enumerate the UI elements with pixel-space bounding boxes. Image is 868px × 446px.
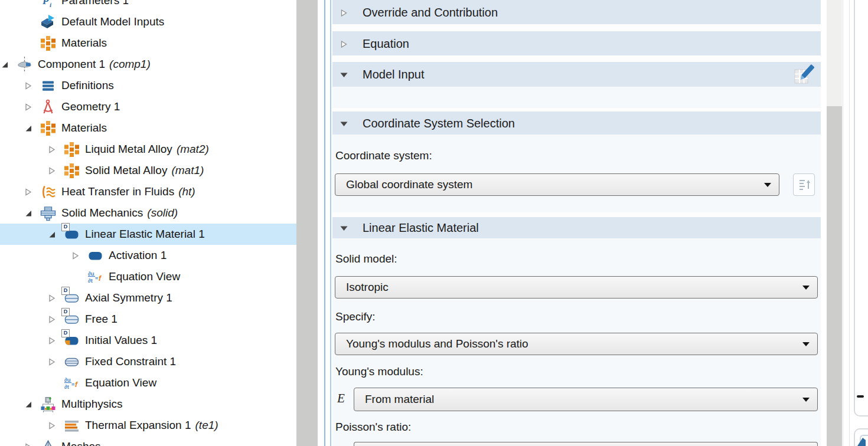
chevron-down-icon [802, 286, 810, 290]
poissons-ratio-select[interactable] [354, 442, 818, 446]
tree-item-multiphysics[interactable]: Multiphysics [0, 393, 296, 415]
tree-item-geometry-1[interactable]: Geometry 1 [0, 96, 296, 117]
parameters-icon: Pi [40, 0, 56, 9]
expanded-arrow-icon [340, 119, 348, 127]
section-title: Override and Contribution [363, 5, 498, 19]
svg-text:f: f [99, 274, 102, 283]
chevron-down-icon [802, 342, 810, 346]
svg-text:=: = [71, 382, 74, 388]
tree-item-label: Parameters 1 [61, 0, 129, 7]
collapsed-arrow-icon [340, 8, 348, 16]
multiphysics-icon [40, 396, 56, 412]
tree-item-parameters-1[interactable]: PiParameters 1 [0, 0, 296, 11]
tree-item-solid-metal-alloy[interactable]: Solid Metal Alloy(mat1) [0, 160, 296, 181]
tree-item-heat-transfer-in-fluids[interactable]: Heat Transfer in Fluids(ht) [0, 181, 296, 202]
equation-view-icon: ∂u∂t=f [64, 375, 80, 391]
tree-item-label: Component 1 [38, 58, 105, 71]
tree-item-liquid-metal-alloy[interactable]: Liquid Metal Alloy(mat2) [0, 139, 296, 160]
window-divider-line [843, 0, 843, 446]
tree-item-label: Fixed Constraint 1 [85, 355, 176, 368]
fixed-constraint-icon [64, 354, 80, 370]
model-builder-panel: PiParameters 1Default Model InputsMateri… [0, 0, 296, 446]
tree-item-linear-elastic-material-1[interactable]: DLinear Elastic Material 1 [0, 224, 296, 245]
svg-text:=: = [95, 276, 98, 281]
section-coordinate-system-selection[interactable]: Coordinate System Selection [332, 112, 821, 135]
tree-collapsed-arrow-icon[interactable] [25, 443, 40, 446]
tree-item-free-1[interactable]: DFree 1 [0, 309, 296, 330]
solid-model-select[interactable]: Isotropic [335, 276, 818, 299]
default-node-badge: D [61, 329, 70, 337]
dash-icon [857, 395, 864, 398]
specify-label: Specify: [335, 310, 376, 323]
tree-item-activation-1[interactable]: Activation 1 [0, 245, 296, 266]
tree-collapsed-arrow-icon[interactable] [48, 294, 64, 302]
svg-text:∂t: ∂t [64, 383, 70, 390]
tree-item-fixed-constraint-1[interactable]: Fixed Constraint 1 [0, 351, 296, 372]
tree-collapsed-arrow-icon[interactable] [48, 146, 64, 153]
tree-collapsed-arrow-icon[interactable] [48, 422, 64, 429]
tree-expanded-arrow-icon[interactable] [1, 61, 17, 68]
go-to-source-button[interactable] [793, 173, 815, 196]
edit-model-inputs-icon[interactable] [793, 64, 814, 88]
tree-collapsed-arrow-icon[interactable] [48, 316, 64, 323]
tree-item-label: Meshes [61, 440, 101, 446]
coordinate-system-select[interactable]: Global coordinate system [335, 173, 779, 196]
tree-expanded-arrow-icon[interactable] [25, 401, 40, 408]
meshes-icon [40, 439, 56, 446]
model-input-content [332, 87, 821, 108]
specify-value: Young's modulus and Poisson's ratio [346, 337, 528, 350]
tree-collapsed-arrow-icon[interactable] [25, 82, 40, 90]
section-equation[interactable]: Equation [332, 31, 821, 55]
section-linear-elastic-material[interactable]: Linear Elastic Material [332, 217, 821, 238]
tree-expanded-arrow-icon[interactable] [25, 209, 40, 217]
youngs-modulus-select[interactable]: From material [354, 388, 818, 411]
tree-item-initial-values-1[interactable]: DInitial Values 1 [0, 330, 296, 351]
tree-item-thermal-expansion-1[interactable]: Thermal Expansion 1(te1) [0, 415, 296, 436]
tree-expanded-arrow-icon[interactable] [48, 231, 64, 238]
tree-item-tag: (solid) [147, 206, 178, 219]
model-builder-scrollbar[interactable] [296, 0, 318, 446]
tree-item-equation-view[interactable]: ∂u∂t=fEquation View [0, 372, 296, 393]
default-node-badge: D [61, 308, 70, 316]
specify-select[interactable]: Young's modulus and Poisson's ratio [335, 333, 818, 355]
tree-item-label: Axial Symmetry 1 [85, 291, 172, 304]
tree-collapsed-arrow-icon[interactable] [25, 103, 40, 111]
linear-elastic-material-content: Solid model: Isotropic Specify: Young's … [332, 238, 821, 446]
tree-collapsed-arrow-icon[interactable] [48, 358, 64, 366]
settings-scrollbar-thumb[interactable] [827, 106, 842, 446]
materials-icon [40, 120, 56, 136]
section-override-and-contribution[interactable]: Override and Contribution [332, 0, 821, 24]
tree-item-axial-symmetry-1[interactable]: DAxial Symmetry 1 [0, 287, 296, 309]
tree-item-label: Equation View [109, 270, 180, 283]
tree-item-tag: (mat2) [177, 143, 209, 156]
solid-model-value: Isotropic [346, 281, 389, 294]
tree-item-materials[interactable]: Materials [0, 32, 296, 54]
tree-item-tag: (comp1) [109, 58, 151, 71]
component-icon [17, 57, 32, 73]
list-arrow-icon [798, 178, 811, 192]
tree-collapsed-arrow-icon[interactable] [48, 167, 64, 175]
free-icon: D [64, 311, 80, 327]
svg-text:P: P [42, 0, 49, 6]
default-model-inputs-icon [40, 14, 56, 30]
tree-collapsed-arrow-icon[interactable] [72, 252, 87, 260]
tree-item-label: Multiphysics [61, 398, 122, 411]
coordinate-system-label: Coordinate system: [335, 149, 432, 162]
tree-item-definitions[interactable]: Definitions [0, 75, 296, 96]
tree-expanded-arrow-icon[interactable] [25, 124, 40, 132]
section-model-input[interactable]: Model Input [332, 62, 821, 87]
tree-item-materials[interactable]: Materials [0, 117, 296, 139]
tree-item-solid-mechanics[interactable]: Solid Mechanics(solid) [0, 202, 296, 224]
tree-item-label: Geometry 1 [61, 100, 120, 113]
tree-collapsed-arrow-icon[interactable] [25, 188, 40, 196]
chevron-down-icon [802, 398, 810, 402]
tree-item-component-1[interactable]: Component 1(comp1) [0, 54, 296, 75]
coordinate-system-content: Coordinate system: Global coordinate sys… [332, 135, 821, 212]
tree-item-default-model-inputs[interactable]: Default Model Inputs [0, 11, 296, 32]
tree-collapsed-arrow-icon[interactable] [48, 337, 64, 345]
section-title: Linear Elastic Material [363, 221, 479, 235]
svg-text:∂t: ∂t [88, 277, 93, 284]
tree-item-equation-view[interactable]: ∂u∂t=fEquation View [0, 266, 296, 287]
comsol-window: PiParameters 1Default Model InputsMateri… [0, 0, 868, 446]
tree-item-meshes[interactable]: Meshes [0, 436, 296, 446]
